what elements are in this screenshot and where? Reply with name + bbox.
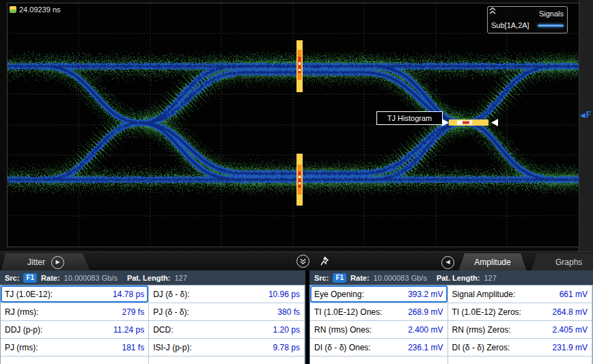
measurement-cell[interactable] (448, 356, 592, 364)
signal-color-swatch (538, 25, 564, 27)
left-arrow-icon: ◀ (445, 260, 450, 265)
measurement-label: TI (1.0E-12) Ones: (314, 307, 382, 317)
measurement-cell[interactable]: DCD: 1.20 ps (149, 321, 305, 339)
collapse-panel-button[interactable] (296, 255, 309, 268)
measurement-label: RN (rms) Ones: (314, 325, 372, 335)
measurement-cell[interactable] (1, 356, 149, 364)
measurement-label: Signal Amplitude: (452, 290, 516, 299)
measurement-value: 2.400 mV (408, 325, 443, 335)
measurement-panels: Src: F1 Rate: 10.000083 Gb/s Pat. Length… (0, 270, 593, 364)
rate-value: 10.000083 Gb/s (64, 274, 118, 282)
measurement-value: 10.96 ps (268, 290, 300, 299)
measurement-label: ISI-J (p-p): (153, 343, 192, 352)
patlen-value: 127 (484, 274, 496, 282)
jitter-expand-button[interactable]: ▶ (51, 256, 64, 269)
measurement-label: RJ (rms): (5, 307, 38, 317)
eye-diagram (8, 3, 579, 247)
tab-amplitude-label: Amplitude (474, 257, 510, 267)
measurement-label: DDJ (p-p): (5, 325, 42, 335)
plot-area[interactable]: 24.09239 ns Signals Sub[1A,2A] TJ Histog… (7, 3, 579, 247)
eye-diagram-display: 24.09239 ns Signals Sub[1A,2A] TJ Histog… (0, 0, 593, 251)
jitter-table: TJ (1.0E-12): 14.78 ps DJ (δ - δ): 10.96… (0, 285, 305, 364)
amplitude-table: Eye Opening: 393.2 mV Signal Amplitude: … (309, 285, 593, 364)
patlen-label: Pat. Length: (127, 274, 171, 282)
marker-arrow-icon: ◀ (580, 111, 585, 119)
measurement-value: 393.2 mV (408, 290, 443, 299)
timebase-readout: 24.09239 ns (19, 5, 61, 14)
measurement-label: PJ (rms): (5, 343, 38, 352)
source-marker[interactable]: ◀ F (580, 110, 591, 120)
measurement-cell[interactable] (149, 356, 305, 364)
measurement-cell[interactable]: TI (1.0E-12) Ones: 268.9 mV (310, 303, 448, 321)
collapse-chevrons-icon[interactable] (488, 7, 497, 15)
source-badge[interactable]: F1 (333, 273, 346, 283)
measurement-label: DI (δ - δ) Zeros: (452, 343, 510, 352)
measurement-label: RN (rms) Zeros: (452, 325, 511, 335)
pin-icon[interactable] (320, 256, 329, 266)
measurement-value: 11.24 ps (113, 325, 144, 335)
jitter-panel: Src: F1 Rate: 10.000083 Gb/s Pat. Length… (0, 270, 305, 364)
tab-graphs[interactable]: Graphs (531, 253, 593, 271)
graticule-grid (8, 3, 579, 247)
measurement-value: 2.405 mV (553, 325, 588, 335)
measurement-cell[interactable]: RN (rms) Zeros: 2.405 mV (448, 321, 592, 339)
scroll-tabs-left-button[interactable]: ◀ (441, 256, 454, 269)
rate-label: Rate: (350, 274, 370, 282)
measurement-value: 1.20 ps (273, 325, 300, 335)
status-icon (10, 6, 16, 13)
patlen-label: Pat. Length: (437, 274, 480, 282)
src-label: Src: (314, 274, 329, 282)
signal-item-label[interactable]: Sub[1A,2A] (491, 21, 529, 29)
measurement-cell[interactable]: DI (δ - δ) Zeros: 231.9 mV (448, 339, 592, 356)
tab-jitter[interactable]: Jitter ▶ (1, 253, 90, 271)
measurement-label: TJ (1.0E-12): (5, 290, 53, 299)
measurement-value: 236.1 mV (408, 343, 443, 352)
measurement-cell[interactable]: RJ (rms): 279 fs (1, 303, 149, 321)
measurement-cell[interactable]: DDJ (p-p): 11.24 ps (1, 321, 149, 339)
measurement-label: Eye Opening: (314, 290, 364, 299)
measurement-cell[interactable]: DJ (δ - δ): 10.96 ps (149, 285, 305, 303)
measurement-label: DCD: (153, 325, 173, 335)
right-margin-strip: ◀ F (579, 0, 593, 251)
source-badge[interactable]: F1 (23, 273, 37, 283)
marker-label: F (586, 110, 591, 120)
amplitude-panel-header: Src: F1 Rate: 10.000083 Gb/s Pat. Length… (309, 270, 593, 285)
tj-histogram-label[interactable]: TJ Histogram (376, 111, 443, 125)
measurement-value: 268.9 mV (408, 307, 443, 317)
tab-graphs-label: Graphs (555, 257, 582, 267)
measurement-label: DJ (δ - δ): (153, 290, 189, 299)
signals-title: Signals (539, 10, 564, 18)
measurement-value: 380 fs (277, 307, 300, 317)
measurement-tab-bar: Jitter ▶ ◀ Amplitude (0, 251, 593, 270)
measurement-label: TI (1.0E-12) Zeros: (452, 307, 521, 317)
measurement-label: PJ (δ - δ): (153, 307, 189, 317)
signals-legend-panel[interactable]: Signals Sub[1A,2A] (487, 6, 568, 33)
measurement-cell[interactable]: Signal Amplitude: 661 mV (448, 285, 592, 303)
measurement-cell[interactable]: Eye Opening: 393.2 mV (310, 285, 448, 303)
double-chevron-down-icon (299, 257, 307, 265)
measurement-value: 9.78 ps (273, 343, 300, 352)
tab-jitter-label: Jitter (27, 257, 45, 267)
measurement-cell[interactable]: RN (rms) Ones: 2.400 mV (310, 321, 448, 339)
src-label: Src: (5, 274, 19, 282)
measurement-cell[interactable]: TI (1.0E-12) Zeros: 264.8 mV (448, 303, 592, 321)
measurement-cell[interactable]: PJ (δ - δ): 380 fs (149, 303, 305, 321)
measurement-value: 661 mV (560, 290, 588, 299)
measurement-value: 14.78 ps (113, 290, 144, 299)
measurement-value: 279 fs (122, 307, 144, 317)
rate-value: 10.000083 Gb/s (374, 274, 427, 282)
tab-amplitude[interactable]: Amplitude (458, 253, 527, 271)
measurement-value: 181 fs (122, 343, 144, 352)
measurement-cell[interactable]: TJ (1.0E-12): 14.78 ps (1, 285, 149, 303)
measurement-cell[interactable] (310, 356, 448, 364)
amplitude-panel: Src: F1 Rate: 10.000083 Gb/s Pat. Length… (309, 270, 593, 364)
measurement-value: 231.9 mV (553, 343, 588, 352)
measurement-cell[interactable]: ISI-J (p-p): 9.78 ps (149, 339, 305, 356)
measurement-value: 264.8 mV (553, 307, 588, 317)
rate-label: Rate: (41, 274, 60, 282)
amplitude-histogram-bottom (296, 154, 303, 206)
measurement-cell[interactable]: DI (δ - δ) Ones: 236.1 mV (310, 339, 448, 356)
measurement-label: DI (δ - δ) Ones: (314, 343, 371, 352)
jitter-panel-header: Src: F1 Rate: 10.000083 Gb/s Pat. Length… (0, 270, 305, 285)
measurement-cell[interactable]: PJ (rms): 181 fs (1, 339, 149, 356)
